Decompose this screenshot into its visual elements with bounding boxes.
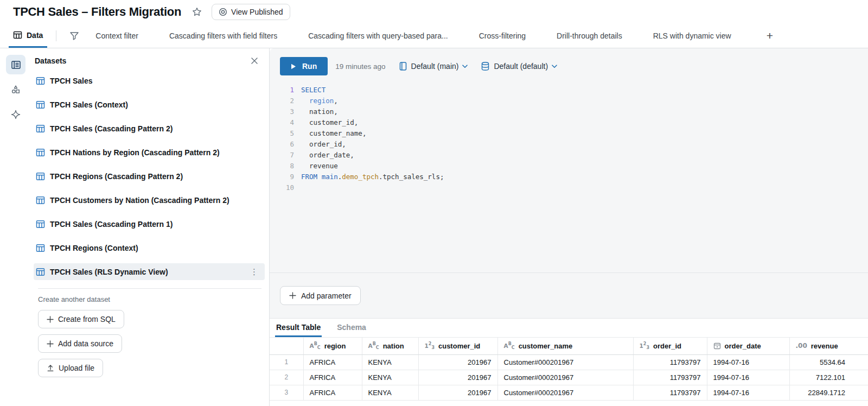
dataset-item[interactable]: TPCH Regions (Context) xyxy=(34,239,265,256)
cell-order_date: 1994-07-16 xyxy=(707,354,789,370)
code-line[interactable]: 10 xyxy=(270,182,868,193)
close-panel-button[interactable] xyxy=(247,56,261,66)
cell-nation: KENYA xyxy=(362,385,418,400)
line-number: 7 xyxy=(270,150,301,161)
page-title: TPCH Sales – Filters Migration xyxy=(13,5,181,19)
cell-revenue: 22849.1712 xyxy=(789,385,868,400)
dataset-label: TPCH Regions (Cascading Pattern 2) xyxy=(50,172,260,181)
column-name: order_date xyxy=(725,342,761,350)
tab-cascading-filters-with-field-filters[interactable]: Cascading filters with field filters xyxy=(169,24,277,48)
dataset-item[interactable]: TPCH Customers by Nation (Cascading Patt… xyxy=(34,192,265,208)
column-name: nation xyxy=(383,342,404,350)
result-tab-result-table[interactable]: Result Table xyxy=(275,319,322,337)
dataset-item[interactable]: TPCH Sales (Context) xyxy=(34,96,265,113)
line-number: 4 xyxy=(270,117,301,128)
view-published-button[interactable]: View Published xyxy=(212,4,290,20)
code-line[interactable]: 4 customer_id, xyxy=(270,117,868,128)
dataset-label: TPCH Sales (Cascading Pattern 1) xyxy=(50,220,260,229)
cell-order_id: 11793797 xyxy=(633,385,707,400)
dataset-table-icon xyxy=(36,244,45,252)
result-table: ABCregionABCnation123customer_idABCcusto… xyxy=(270,338,868,401)
cell-order_date: 1994-07-16 xyxy=(707,370,789,385)
column-header-order_date: order_date xyxy=(707,338,789,354)
cell-customer_id: 201967 xyxy=(418,385,497,400)
cell-region: AFRICA xyxy=(303,385,362,400)
rail-canvas-button[interactable] xyxy=(6,80,25,99)
schema-selector[interactable]: Default (default) xyxy=(481,61,557,71)
upload-file-button[interactable]: Upload file xyxy=(38,359,103,377)
line-number: 1 xyxy=(270,85,301,96)
code-line[interactable]: 7 order_date, xyxy=(270,150,868,161)
create-button-label: Create from SQL xyxy=(58,315,116,323)
app-header: TPCH Sales – Filters Migration View Publ… xyxy=(0,0,868,24)
decimal-type-icon: .00 xyxy=(796,342,807,350)
rail-assistant-button[interactable] xyxy=(6,105,25,124)
tab-drill-through-details[interactable]: Drill-through details xyxy=(557,24,622,48)
code-line[interactable]: 8 revenue xyxy=(270,161,868,172)
column-header-order_id: 123order_id xyxy=(633,338,707,354)
editor-toolbar: Run 19 minutes ago Default (main) xyxy=(270,48,868,75)
parameters-section: Add parameter xyxy=(270,273,868,319)
dataset-item-selected[interactable]: TPCH Sales (RLS Dynamic View)⋮ xyxy=(34,263,265,280)
dataset-item[interactable]: TPCH Sales (Cascading Pattern 2) xyxy=(34,120,265,137)
datasets-sidebar: Datasets TPCH SalesTPCH Sales (Context)T… xyxy=(0,48,270,406)
code-line[interactable]: 9FROM main.demo_tpch.tpch_sales_rls; xyxy=(270,172,868,182)
dataset-label: TPCH Sales (Cascading Pattern 2) xyxy=(50,124,260,133)
tab-rls-with-dynamic-view[interactable]: RLS with dynamic view xyxy=(653,24,731,48)
cell-nation: KENYA xyxy=(362,370,418,385)
rail-datasets-button[interactable] xyxy=(6,55,25,74)
line-number: 9 xyxy=(270,172,301,182)
tab-data[interactable]: Data xyxy=(9,24,47,48)
favorite-star-button[interactable] xyxy=(192,7,202,17)
dataset-table-icon xyxy=(36,220,45,229)
column-name: order_id xyxy=(653,342,681,350)
dataset-item[interactable]: TPCH Sales (Cascading Pattern 1) xyxy=(34,215,265,232)
dataset-table-icon xyxy=(36,148,45,157)
filter-funnel-button[interactable] xyxy=(64,24,85,48)
result-tab-schema[interactable]: Schema xyxy=(336,319,367,337)
dataset-table-icon xyxy=(36,100,45,109)
add-parameter-label: Add parameter xyxy=(301,291,352,300)
play-icon xyxy=(291,64,296,69)
add-parameter-button[interactable]: Add parameter xyxy=(280,286,361,305)
results-section: Result TableSchema ABCregionABCnation123… xyxy=(270,319,868,406)
tab-context-filter[interactable]: Context filter xyxy=(95,24,138,48)
catalog-selector[interactable]: Default (main) xyxy=(399,61,468,71)
create-another-dataset-label: Create another dataset xyxy=(38,295,265,303)
create-button-label: Add data source xyxy=(58,339,113,348)
dataset-item[interactable]: TPCH Sales xyxy=(34,72,265,89)
datasets-list-icon xyxy=(11,60,21,70)
tab-cross-filtering[interactable]: Cross-filtering xyxy=(479,24,526,48)
column-header-customer_name: ABCcustomer_name xyxy=(497,338,633,354)
dataset-item[interactable]: TPCH Regions (Cascading Pattern 2) xyxy=(34,168,265,185)
cell-region: AFRICA xyxy=(303,370,362,385)
code-line[interactable]: 6 order_id, xyxy=(270,139,868,150)
line-number: 10 xyxy=(270,182,301,193)
run-button[interactable]: Run xyxy=(280,57,328,75)
create-button-label: Upload file xyxy=(59,364,94,372)
code-line[interactable]: 1SELECT xyxy=(270,85,868,96)
upload-icon xyxy=(47,364,54,372)
create-from-sql-button[interactable]: Create from SQL xyxy=(38,310,124,328)
schema-selector-value: Default (default) xyxy=(494,62,548,71)
column-header-nation: ABCnation xyxy=(362,338,418,354)
string-type-icon: ABC xyxy=(504,342,515,349)
dataset-item[interactable]: TPCH Nations by Region (Cascading Patter… xyxy=(34,144,265,161)
add-data-source-button[interactable]: Add data source xyxy=(38,334,122,353)
code-line[interactable]: 2 region, xyxy=(270,96,868,106)
cell-nation: KENYA xyxy=(362,354,418,370)
dataset-label: TPCH Sales xyxy=(50,77,260,85)
line-number: 5 xyxy=(270,128,301,139)
dataset-label: TPCH Sales (Context) xyxy=(50,100,260,109)
code-line[interactable]: 5 customer_name, xyxy=(270,128,868,139)
sparkle-icon xyxy=(10,109,21,120)
tab-cascading-filters-with-query-based-para[interactable]: Cascading filters with query-based para.… xyxy=(308,24,448,48)
add-page-button[interactable]: + xyxy=(762,24,777,48)
sql-code-editor[interactable]: 1SELECT2 region,3 nation,4 customer_id,5… xyxy=(270,85,868,272)
column-header-customer_id: 123customer_id xyxy=(418,338,497,354)
data-grid-icon xyxy=(13,30,22,40)
catalog-icon xyxy=(399,61,407,71)
dataset-kebab-menu[interactable]: ⋮ xyxy=(248,267,260,277)
row-number-cell: 1 xyxy=(270,354,303,370)
code-line[interactable]: 3 nation, xyxy=(270,106,868,117)
